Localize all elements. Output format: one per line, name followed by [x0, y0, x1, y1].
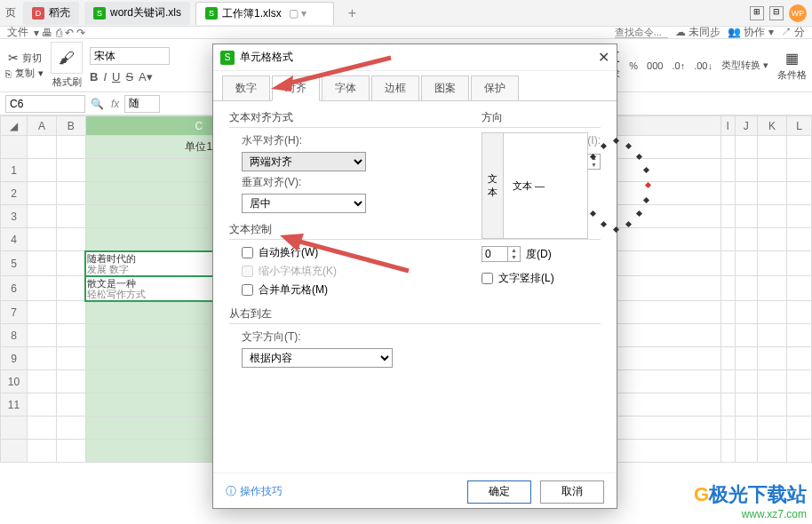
type-convert-button[interactable]: 类型转换 ▾ [721, 59, 768, 72]
tab-label: 稻壳 [49, 5, 70, 20]
svg-line-0 [284, 58, 391, 84]
share-button[interactable]: ↗ 分 [781, 27, 805, 39]
copy-label: 复制 [15, 67, 35, 80]
col-header[interactable]: I [720, 116, 735, 136]
annotation-arrow-2 [275, 226, 418, 280]
tab-label: 工作簿1.xlsx [222, 6, 282, 21]
cut-icon[interactable]: ✂ [8, 51, 19, 65]
orientation-group: 方向 [482, 110, 597, 127]
ok-button[interactable]: 确定 [467, 480, 531, 504]
row-header[interactable]: 10 [1, 370, 28, 393]
cond-format-icon[interactable]: ▦ [785, 50, 799, 67]
new-tab-button[interactable]: + [348, 5, 356, 21]
degree-label: 度(D) [526, 247, 552, 262]
tab-protection[interactable]: 保护 [471, 75, 519, 101]
fx-icon[interactable]: fx [111, 98, 119, 110]
tab-wordkeywords[interactable]: S word关键词.xls [84, 2, 190, 25]
grid-icon[interactable]: ⊟ [769, 6, 784, 20]
tab-indicator-icon: ▢ ▾ [289, 7, 324, 20]
collab-button[interactable]: 👥 协作 ▾ [728, 27, 774, 39]
orientation-control[interactable]: 文本 文本 — [482, 132, 588, 239]
svg-marker-3 [280, 234, 304, 251]
format-painter-icon[interactable]: 🖌 [51, 42, 83, 74]
document-tab-bar: 页 D 稻壳 S word关键词.xls S 工作簿1.xlsx ▢ ▾ + ⊞… [0, 0, 812, 27]
h-align-label: 水平对齐(H): [242, 133, 313, 148]
vertical-text-checkbox[interactable]: 文字竖排(L) [482, 271, 597, 286]
page-label: 页 [5, 5, 16, 20]
xls-icon: S [93, 7, 106, 20]
row-header[interactable]: 11 [1, 393, 28, 417]
col-header[interactable]: A [28, 116, 57, 136]
v-align-select[interactable]: 居中 [242, 194, 366, 213]
row-header[interactable]: 2 [1, 182, 28, 205]
italic-button[interactable]: I [103, 70, 107, 83]
col-header[interactable]: J [735, 116, 758, 136]
close-icon[interactable]: ✕ [598, 49, 609, 66]
vertical-text-button[interactable]: 文本 [482, 133, 504, 238]
tab-pattern[interactable]: 图案 [421, 75, 469, 101]
chevron-up-icon[interactable]: ▲ [508, 247, 520, 254]
tab-number[interactable]: 数字 [222, 75, 270, 101]
rtl-group: 从右到左 [229, 306, 601, 324]
font-color-button[interactable]: A▾ [139, 70, 153, 83]
col-header[interactable]: K [758, 116, 787, 136]
cut-label: 剪切 [22, 52, 42, 65]
text-direction-select[interactable]: 根据内容 [242, 348, 393, 368]
chevron-down-icon[interactable]: ▼ [508, 254, 520, 261]
strike-button[interactable]: S [125, 70, 133, 83]
format-painter-label: 格式刷 [52, 75, 82, 89]
col-header[interactable]: L [786, 116, 811, 136]
info-icon: ⓘ [226, 484, 236, 499]
h-align-select[interactable]: 两端对齐 [242, 152, 366, 171]
sync-status[interactable]: ☁ 未同步 [675, 27, 720, 39]
col-header[interactable]: B [56, 116, 85, 136]
row-header[interactable] [1, 136, 28, 159]
dec-dec-button[interactable]: .00↓ [694, 60, 712, 71]
cancel-button[interactable]: 取消 [540, 480, 604, 504]
user-avatar[interactable]: WP [789, 4, 807, 22]
select-all-corner[interactable]: ◢ [1, 116, 28, 136]
comma-style-button[interactable]: 000 [647, 60, 663, 71]
row-header[interactable]: 8 [1, 324, 28, 347]
ribbon-menu: 文件 ▾ 🖶 ⎙ ↶ ↷ ☁ 未同步 👥 协作 ▾ ↗ 分 [0, 27, 812, 39]
row-header[interactable]: 5 [1, 251, 28, 276]
window-mode-icon[interactable]: ⊞ [750, 6, 764, 20]
bold-button[interactable]: B [90, 70, 98, 83]
command-search[interactable] [615, 27, 668, 38]
cond-format-label: 条件格 [777, 68, 807, 82]
tips-link[interactable]: ⓘ操作技巧 [226, 484, 283, 499]
formula-input[interactable] [124, 95, 160, 113]
watermark: G极光下载站 www.xz7.com [694, 481, 807, 520]
xlsx-icon: S [205, 7, 218, 20]
copy-icon[interactable]: ⎘ [5, 68, 12, 79]
row-header[interactable]: 3 [1, 205, 28, 228]
v-align-label: 垂直对齐(V): [242, 175, 313, 190]
search-icon[interactable]: 🔍 [91, 98, 104, 110]
row-header[interactable]: 1 [1, 159, 28, 182]
file-menu[interactable]: 文件 [7, 27, 28, 39]
row-header[interactable]: 6 [1, 276, 28, 301]
row-header[interactable]: 7 [1, 301, 28, 324]
cell-reference-box[interactable] [5, 95, 85, 113]
dec-inc-button[interactable]: .0↑ [672, 60, 685, 71]
text-direction-label: 文字方向(T): [242, 329, 313, 345]
svg-line-2 [293, 240, 409, 271]
underline-button[interactable]: U [112, 70, 120, 83]
row-header[interactable]: 9 [1, 347, 28, 370]
svg-marker-1 [271, 75, 293, 91]
font-name-select[interactable] [90, 47, 170, 65]
orientation-preview-text: 文本 — [513, 179, 545, 193]
degree-spinner[interactable]: ▲▼ [482, 246, 521, 262]
tab-label: word关键词.xls [110, 5, 181, 20]
tab-workbook1[interactable]: S 工作簿1.xlsx ▢ ▾ [195, 2, 334, 25]
annotation-arrow-1 [267, 49, 400, 93]
tab-docer[interactable]: D 稻壳 [23, 2, 79, 25]
docer-icon: D [32, 7, 44, 20]
percent-button[interactable]: % [629, 60, 638, 71]
app-icon: S [220, 51, 235, 65]
row-header[interactable]: 4 [1, 228, 28, 251]
ribbon-icon[interactable]: ▾ 🖶 ⎙ ↶ ↷ [34, 27, 85, 39]
